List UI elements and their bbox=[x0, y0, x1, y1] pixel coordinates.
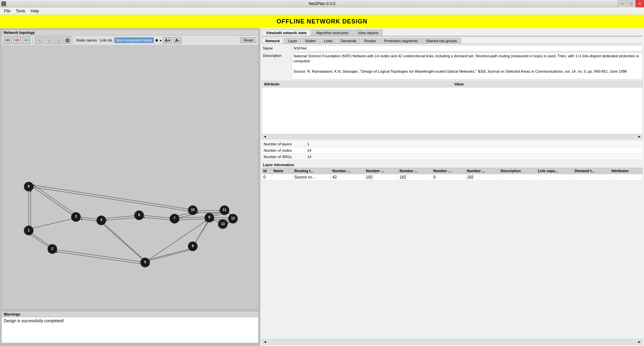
scroll-left-icon[interactable]: ◄ bbox=[263, 135, 267, 138]
link-3-0 bbox=[33, 185, 74, 213]
network-node-11[interactable]: 11 bbox=[220, 206, 229, 215]
tab-view-edit[interactable]: View/edit network state bbox=[262, 29, 311, 36]
separator-1 bbox=[33, 37, 33, 44]
zoom-in-button[interactable]: 🔍 bbox=[35, 37, 43, 44]
menubar: File Tools Help bbox=[0, 7, 644, 15]
subtab-srg[interactable]: Shared-risk groups bbox=[422, 38, 461, 44]
svg-text:8: 8 bbox=[208, 215, 210, 219]
layer-cell-8 bbox=[499, 174, 536, 181]
svg-text:3: 3 bbox=[75, 215, 77, 218]
tab-algorithm[interactable]: Algorithm execution bbox=[312, 29, 353, 36]
stat-srgs-label: Number of SRGs bbox=[262, 154, 305, 160]
subtab-nodes[interactable]: Nodes bbox=[302, 38, 320, 44]
network-node-4[interactable]: 4 bbox=[97, 216, 106, 225]
window-title: Net2Plan 0.3.0 bbox=[309, 1, 335, 6]
svg-text:10: 10 bbox=[191, 208, 195, 212]
warnings-panel: Warnings Design is successfully complete… bbox=[1, 311, 259, 345]
font-minus-button[interactable]: A- bbox=[173, 37, 181, 44]
network-node-10[interactable]: 10 bbox=[188, 206, 198, 215]
network-node-3[interactable]: 3 bbox=[71, 212, 80, 222]
attr-scrollbar: ◄ ► bbox=[262, 134, 643, 139]
xml-button-3[interactable]: </> bbox=[22, 37, 31, 44]
reset-button[interactable]: Reset bbox=[240, 38, 256, 43]
layer-cell-2: Source ro... bbox=[293, 174, 331, 181]
layer-col-n1: Number ... bbox=[331, 168, 364, 174]
menu-file[interactable]: File bbox=[1, 8, 13, 14]
menu-help[interactable]: Help bbox=[28, 8, 42, 14]
zoom-fit-button[interactable]: 🔍 bbox=[54, 37, 62, 44]
svg-text:5: 5 bbox=[144, 260, 146, 264]
layer-cell-7: 182 bbox=[465, 174, 499, 181]
zoom-out-button[interactable]: 🔍 bbox=[44, 37, 52, 44]
link-8-12 bbox=[213, 217, 230, 218]
description-value: National Science Foundation (NSF) Networ… bbox=[292, 53, 643, 79]
name-row: Name NSFNet bbox=[262, 45, 643, 51]
reset-view-button[interactable]: ⊙ bbox=[63, 37, 71, 44]
attribute-table: Attribute Value bbox=[262, 81, 643, 134]
scroll-right-icon[interactable]: ► bbox=[638, 135, 641, 138]
network-node-5[interactable]: 5 bbox=[141, 258, 150, 267]
tab-reports[interactable]: View reports bbox=[354, 29, 383, 36]
layer-col-n2: Number ... bbox=[365, 168, 398, 174]
subtab-protection[interactable]: Protection segments bbox=[380, 38, 421, 44]
link-7-8 bbox=[178, 217, 207, 218]
topology-title: Network topology bbox=[2, 30, 258, 36]
link-5-4 bbox=[102, 222, 144, 260]
link-5-9 bbox=[149, 248, 192, 260]
warnings-title: Warnings bbox=[2, 312, 258, 317]
bottom-scroll-right[interactable]: ► bbox=[638, 340, 641, 344]
right-panel: View/edit network state Algorithm execut… bbox=[260, 28, 644, 346]
layer-col-attrs: Attributes bbox=[610, 168, 642, 174]
network-node-0[interactable]: 0 bbox=[24, 182, 33, 191]
xml-button-1[interactable]: </> bbox=[4, 37, 12, 44]
network-node-6[interactable]: 6 bbox=[135, 211, 144, 220]
layer-info-section: Layer information Id Name Routing t... N… bbox=[262, 162, 643, 181]
link-1-2 bbox=[31, 232, 50, 246]
layer-cell-5: 182 bbox=[398, 174, 432, 181]
subtab-layer[interactable]: Layer bbox=[284, 38, 301, 44]
layer-cell-6: 0 bbox=[432, 174, 465, 181]
link-2-5 bbox=[56, 250, 142, 262]
layer-cell-3: 42 bbox=[331, 174, 364, 181]
xml-button-2[interactable]: </> bbox=[13, 37, 21, 44]
sub-tabs: Network Layer Nodes Links Demands Routes… bbox=[262, 38, 643, 44]
subtab-demands[interactable]: Demands bbox=[337, 38, 360, 44]
link-8-7 bbox=[178, 219, 207, 220]
menu-tools[interactable]: Tools bbox=[13, 8, 28, 14]
non-connected-label[interactable]: Non-connected nodes bbox=[114, 38, 154, 43]
network-node-2[interactable]: 2 bbox=[48, 244, 57, 254]
name-value[interactable]: NSFNet bbox=[292, 45, 643, 51]
network-node-1[interactable]: 1 bbox=[24, 226, 33, 235]
svg-text:2: 2 bbox=[51, 247, 53, 251]
bottom-scroll-left[interactable]: ◄ bbox=[263, 340, 267, 344]
network-properties: Name NSFNet Description National Science… bbox=[262, 45, 643, 79]
link-0-10 bbox=[33, 185, 190, 209]
font-plus-button[interactable]: A+ bbox=[163, 37, 172, 44]
warning-message: Design is successfully completed! bbox=[4, 319, 64, 323]
maximize-button[interactable]: □ bbox=[627, 0, 635, 7]
minimize-button[interactable]: ─ bbox=[618, 0, 627, 7]
layer-col-name: Name bbox=[272, 168, 293, 174]
link-5-2 bbox=[56, 252, 141, 264]
close-button[interactable]: ✕ bbox=[635, 0, 644, 7]
layer-cell-11 bbox=[610, 174, 642, 181]
network-node-9[interactable]: 9 bbox=[188, 241, 198, 251]
layer-cell-9 bbox=[536, 174, 573, 181]
attr-col-value: Value bbox=[452, 81, 642, 87]
app-title: OFFLINE NETWORK DESIGN bbox=[277, 18, 368, 25]
network-node-7[interactable]: 7 bbox=[170, 214, 179, 223]
subtab-network[interactable]: Network bbox=[262, 38, 283, 44]
layer-table-row[interactable]: 0Source ro...421821820182 bbox=[262, 174, 643, 181]
subtab-routes[interactable]: Routes bbox=[361, 38, 380, 44]
subtab-links[interactable]: Links bbox=[320, 38, 336, 44]
description-row: Description National Science Foundation … bbox=[262, 53, 643, 79]
network-node-8[interactable]: 8 bbox=[205, 213, 214, 222]
network-node-13[interactable]: 13 bbox=[218, 219, 227, 229]
network-node-12[interactable]: 12 bbox=[228, 214, 237, 223]
network-canvas: 0 1 2 3 4 bbox=[2, 45, 258, 309]
attr-table-header: Attribute Value bbox=[262, 81, 642, 87]
window-icon bbox=[1, 1, 6, 6]
svg-text:4: 4 bbox=[100, 218, 102, 222]
dot-1: ● bbox=[155, 37, 158, 43]
svg-text:6: 6 bbox=[138, 213, 140, 217]
